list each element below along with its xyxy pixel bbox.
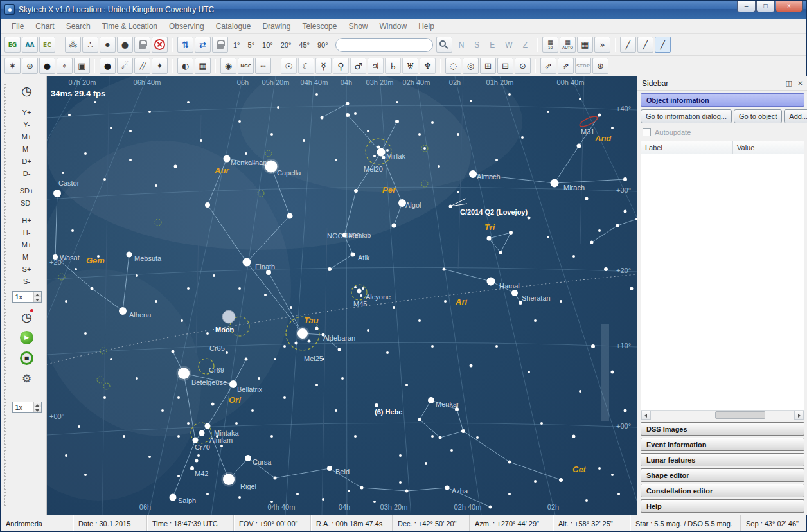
lock-scroll-button[interactable]: [212, 37, 228, 53]
search-button[interactable]: [436, 37, 452, 53]
close-button[interactable]: ×: [776, 1, 803, 12]
ngc-catalogue-button[interactable]: NGC: [238, 58, 254, 74]
menu-search[interactable]: Search: [60, 19, 96, 33]
add-button[interactable]: Add...: [784, 109, 807, 123]
scroll-thumb[interactable]: [715, 411, 765, 419]
shadow-cone-button[interactable]: ◐: [177, 58, 193, 74]
moon-button[interactable]: ☾: [298, 58, 314, 74]
time-now-button[interactable]: ◷: [17, 308, 37, 326]
field-circle-button[interactable]: ⊙: [515, 58, 531, 74]
fov-indicator-button[interactable]: ▣: [74, 58, 90, 74]
direction-w-button[interactable]: W: [500, 38, 517, 52]
section-dss-images[interactable]: DSS Images: [641, 422, 804, 436]
satellites-button[interactable]: ✦: [152, 58, 168, 74]
time-speed-spinner-down-arrow[interactable]: [34, 297, 41, 302]
sky-chart[interactable]: CastorMenkalinanCapellaMirfakMel20AlgolA…: [47, 76, 637, 515]
time-m-minus-button[interactable]: M-: [15, 251, 39, 263]
uranus-button[interactable]: ♅: [402, 58, 418, 74]
star-filter-button[interactable]: ∴: [82, 37, 98, 53]
column-header-label[interactable]: Label: [641, 141, 733, 154]
jupiter-button[interactable]: ♃: [368, 58, 384, 74]
direction-s-button[interactable]: S: [469, 38, 484, 52]
time-dialog-button[interactable]: ◷: [17, 82, 37, 100]
direction-z-button[interactable]: Z: [518, 38, 533, 52]
object-information-header[interactable]: Object information: [641, 93, 804, 107]
menu-file[interactable]: File: [6, 19, 30, 33]
view-altazimuth-button[interactable]: AA: [22, 37, 38, 53]
deep-sky-button[interactable]: ◉: [220, 58, 236, 74]
neptune-button[interactable]: ♆: [420, 58, 436, 74]
section-help[interactable]: Help: [641, 499, 804, 513]
sidereal-sd-minus-button[interactable]: SD-: [15, 197, 39, 209]
compass-button[interactable]: ✶: [4, 58, 21, 74]
goto-information-dialog-button[interactable]: Go to information dialog...: [641, 109, 732, 123]
sun-button[interactable]: ☉: [281, 58, 297, 74]
planet-disc-large-button[interactable]: ●: [117, 37, 133, 53]
measure-mode-button[interactable]: ╱: [655, 37, 671, 53]
telescope-stop-button[interactable]: STOP: [575, 58, 591, 74]
direction-n-button[interactable]: N: [454, 38, 470, 52]
zoom-in-button[interactable]: ⊞: [480, 58, 496, 74]
minimize-button[interactable]: –: [737, 1, 756, 12]
toolbar-overflow-button[interactable]: »: [594, 37, 610, 53]
star-field-button[interactable]: ⁂: [65, 37, 81, 53]
time-speed-spinner[interactable]: 1x: [12, 291, 42, 303]
autoupdate-checkbox[interactable]: [643, 128, 651, 136]
menu-observing[interactable]: Observing: [163, 19, 210, 33]
measure-tool-button[interactable]: ╱: [620, 37, 636, 53]
fov-preset-20-button[interactable]: 20°: [277, 38, 296, 52]
ephemerides-table-button[interactable]: ▦: [195, 58, 211, 74]
measure-colored-tool-button[interactable]: ╱: [637, 37, 653, 53]
date-d-plus-button[interactable]: D+: [15, 155, 39, 167]
menu-help[interactable]: Help: [412, 19, 440, 33]
section-event-information[interactable]: Event information: [641, 438, 804, 451]
scroll-right-arrow[interactable]: [794, 411, 804, 420]
time-run-button[interactable]: ▶: [17, 328, 37, 346]
section-shape-editor[interactable]: Shape editor: [641, 468, 804, 482]
date-m-minus-button[interactable]: M-: [15, 143, 39, 155]
meteor-showers-button[interactable]: ╱╱: [134, 58, 150, 74]
grid-toggle-button[interactable]: ▦: [577, 37, 593, 53]
menu-chart[interactable]: Chart: [30, 19, 60, 33]
comets-button[interactable]: ☄: [117, 58, 133, 74]
view-ecliptic-button[interactable]: EC: [39, 37, 55, 53]
fov-preset-5-button[interactable]: 5°: [244, 38, 259, 52]
grid-step-auto-button[interactable]: ▦AUTO: [560, 37, 576, 53]
pan-vertical-button[interactable]: ⇅: [177, 37, 193, 53]
mars-button[interactable]: ♂: [350, 58, 366, 74]
menu-show[interactable]: Show: [342, 19, 373, 33]
planet-disc-small-button[interactable]: ●: [100, 37, 116, 53]
coordinate-grid-button[interactable]: ⊕: [22, 58, 38, 74]
search-input[interactable]: [335, 38, 433, 52]
lock-object-button[interactable]: [134, 37, 150, 53]
solar-system-button[interactable]: ●: [100, 58, 116, 74]
ecliptic-path-button[interactable]: ┅: [255, 58, 271, 74]
time-speed-spinner-up-arrow[interactable]: [34, 292, 41, 297]
horizon-fill-button[interactable]: ●: [39, 58, 55, 74]
telescope-sync-button[interactable]: ⇗: [558, 58, 574, 74]
orbit-display-button[interactable]: ◌: [445, 58, 461, 74]
menu-catalogue[interactable]: Catalogue: [210, 19, 257, 33]
menu-telescope[interactable]: Telescope: [296, 19, 342, 33]
time-h-plus-button[interactable]: H+: [15, 214, 39, 226]
fov-preset-10-button[interactable]: 10°: [258, 38, 277, 52]
animation-speed-spinner-up-arrow[interactable]: [34, 402, 41, 407]
date-y-plus-button[interactable]: Y+: [15, 106, 39, 118]
scroll-left-arrow[interactable]: [641, 411, 651, 420]
animation-speed-spinner-down-arrow[interactable]: [34, 407, 41, 412]
menu-time-location[interactable]: Time & Location: [96, 19, 163, 33]
settings-button[interactable]: ⚙: [17, 369, 37, 387]
time-s-minus-button[interactable]: S-: [15, 275, 39, 287]
center-object-button[interactable]: ◎: [463, 58, 479, 74]
fov-preset-90-button[interactable]: 90°: [314, 38, 332, 52]
grid-step-10-button[interactable]: ▦10: [542, 37, 558, 53]
finder-scope-button[interactable]: ⌖: [57, 58, 73, 74]
clear-selection-button[interactable]: [152, 37, 168, 53]
column-header-value[interactable]: Value: [733, 141, 804, 154]
direction-e-button[interactable]: E: [484, 38, 500, 52]
sidereal-sd-plus-button[interactable]: SD+: [15, 184, 39, 197]
time-m-plus-button[interactable]: M+: [15, 238, 39, 251]
time-h-minus-button[interactable]: H-: [15, 226, 39, 238]
zoom-out-button[interactable]: ⊟: [497, 58, 513, 74]
view-equatorial-button[interactable]: EG: [4, 37, 21, 53]
